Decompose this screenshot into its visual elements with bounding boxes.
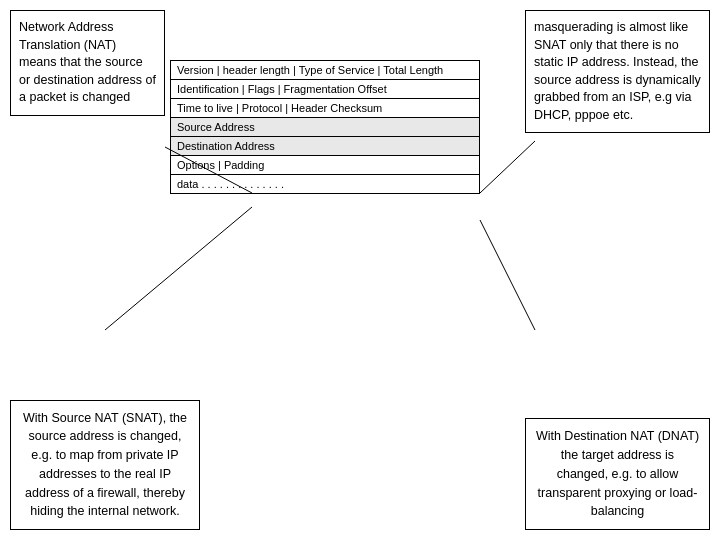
ip-header-row: Version | header length | Type of Servic… [171,61,479,80]
ip-header-row: Source Address [171,118,479,137]
snat-text: With Source NAT (SNAT), the source addre… [23,411,187,519]
ip-header-diagram: Version | header length | Type of Servic… [170,60,480,194]
ip-header-row: Options | Padding [171,156,479,175]
svg-line-3 [480,220,535,330]
masquerading-text: masquerading is almost like SNAT only th… [534,20,701,122]
dnat-text: With Destination NAT (DNAT) the target a… [536,429,699,518]
svg-line-1 [480,141,535,193]
main-container: Network Address Translation (NAT) means … [0,0,720,540]
ip-header-row: data . . . . . . . . . . . . . . [171,175,479,193]
ip-header-row: Time to live | Protocol | Header Checksu… [171,99,479,118]
nat-description-text: Network Address Translation (NAT) means … [19,20,156,104]
ip-header-row: Identification | Flags | Fragmentation O… [171,80,479,99]
snat-box: With Source NAT (SNAT), the source addre… [10,400,200,531]
svg-line-2 [105,207,252,330]
dnat-box: With Destination NAT (DNAT) the target a… [525,418,710,530]
ip-header-row: Destination Address [171,137,479,156]
masquerading-box: masquerading is almost like SNAT only th… [525,10,710,133]
nat-description-box: Network Address Translation (NAT) means … [10,10,165,116]
